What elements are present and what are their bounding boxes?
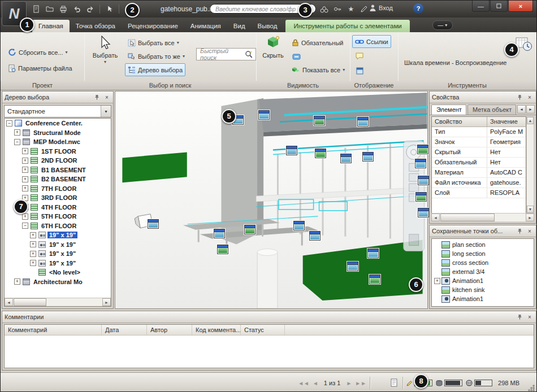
pin-icon[interactable]	[516, 313, 523, 321]
sheet-browser-icon[interactable]	[391, 378, 399, 388]
tree-expander-icon[interactable]: −	[6, 120, 12, 127]
tree-expander-icon[interactable]: +	[14, 129, 20, 136]
ribbon-tab-3[interactable]: Анимация	[184, 20, 227, 32]
select-all-button[interactable]: Выбрать все▾	[125, 36, 182, 49]
minimize-button[interactable]: —	[472, 1, 490, 12]
properties-vertical-scrollbar[interactable]: ▲ ▼	[526, 116, 534, 214]
properties-button[interactable]	[352, 64, 367, 77]
quick-find-input[interactable]: Быстрый поиск	[196, 48, 256, 60]
properties-horizontal-scrollbar[interactable]: ◄ ►	[431, 213, 534, 221]
selection-tree-button[interactable]: Дерево выбора	[125, 63, 185, 76]
viewpoint-item[interactable]: plan section	[432, 240, 534, 249]
tree-item[interactable]: +19" x 19"	[5, 240, 111, 250]
resize-grip[interactable]	[528, 385, 535, 391]
ribbon-tab-4[interactable]: Вид	[227, 20, 252, 32]
link-marker-icon[interactable]	[309, 231, 321, 241]
link-marker-icon[interactable]	[362, 152, 374, 162]
link-marker-icon[interactable]	[293, 221, 305, 230]
tree-expander-icon[interactable]: +	[30, 232, 36, 238]
link-marker-icon[interactable]	[148, 219, 159, 229]
close-icon[interactable]: ×	[526, 227, 534, 235]
property-row[interactable]: СкрытыйНет	[432, 147, 526, 158]
pin-icon[interactable]	[93, 93, 101, 101]
previous-sheet-icon[interactable]: ◄	[313, 380, 318, 386]
tree-item[interactable]: +19" x 19"	[5, 259, 111, 268]
close-icon[interactable]: ×	[526, 93, 534, 101]
link-marker-icon[interactable]	[367, 249, 379, 258]
pin-icon[interactable]	[516, 93, 523, 101]
unhide-all-button[interactable]: Показать все▾	[289, 63, 348, 76]
link-marker-icon[interactable]	[357, 117, 369, 127]
open-file-button[interactable]	[44, 3, 55, 15]
new-file-button[interactable]	[30, 3, 42, 15]
ribbon-minimize-button[interactable]: —▾	[432, 20, 453, 30]
sign-in-button[interactable]: Вход	[369, 4, 393, 12]
timeliner-playback-label[interactable]: Шкала времени - Воспроизведение	[401, 56, 509, 69]
reset-all-button[interactable]: Сбросить все...▾	[5, 46, 70, 59]
tree-item[interactable]: −6TH FLOOR	[5, 221, 111, 231]
tree-expander-icon[interactable]: +	[22, 185, 28, 191]
tree-expander-icon[interactable]: −	[14, 139, 20, 145]
tree-item[interactable]: +B1 BASEMENT	[5, 165, 111, 175]
select-same-button[interactable]: Выбрать то же▾	[125, 50, 188, 63]
tree-expander-icon[interactable]: +	[30, 251, 36, 257]
link-marker-icon[interactable]	[418, 176, 429, 185]
tree-mode-dropdown[interactable]: Стандартное ▾	[4, 105, 111, 117]
property-row[interactable]: Файл источникаgatehouse.	[432, 178, 526, 188]
link-marker-icon[interactable]	[286, 146, 297, 155]
tree-item[interactable]: +B2 BASEMENT	[5, 175, 111, 184]
property-row[interactable]: ЗначокГеометрия	[432, 137, 526, 147]
tree-item[interactable]: +1ST FLOOR	[5, 147, 111, 156]
next-sheet-icon[interactable]: ►	[346, 380, 352, 386]
tree-expander-icon[interactable]: +	[30, 260, 36, 266]
link-marker-icon[interactable]	[415, 159, 426, 168]
comments-column-2[interactable]: Автор	[147, 325, 192, 335]
tree-item[interactable]: +7TH FLOOR	[5, 184, 111, 194]
tree-item[interactable]: +Structural Mode	[5, 128, 111, 138]
link-marker-icon[interactable]	[418, 208, 429, 217]
tree-item[interactable]: +Architectural Mo	[5, 277, 111, 287]
hide-unselected-button[interactable]	[289, 50, 304, 63]
tab-entity-handle[interactable]: Метка объект	[467, 104, 516, 115]
link-marker-icon[interactable]	[315, 149, 326, 158]
viewpoint-expander-icon[interactable]: +	[434, 278, 440, 284]
star-icon[interactable]: ★	[345, 4, 357, 14]
quick-properties-button[interactable]	[352, 49, 367, 63]
tree-expander-icon[interactable]: +	[22, 158, 28, 164]
tree-expander-icon[interactable]: +	[22, 167, 28, 173]
tree-expander-icon[interactable]: −	[22, 223, 28, 229]
ribbon-tab-1[interactable]: Точка обзора	[70, 20, 122, 32]
ribbon-tab-2[interactable]: Рецензирование	[122, 20, 184, 32]
tree-item[interactable]: −Conference Center.	[5, 119, 111, 128]
ribbon-tab-5[interactable]: Вывод	[252, 20, 284, 32]
link-marker-icon[interactable]	[417, 145, 428, 154]
close-button[interactable]: ×	[508, 1, 533, 12]
require-button[interactable]: Обязательный	[289, 36, 346, 49]
viewpoint-item[interactable]: long section	[432, 249, 534, 258]
viewpoint-item[interactable]: kitchen sink	[432, 285, 534, 294]
property-row[interactable]: ТипPolyFace M	[432, 127, 526, 137]
redo-button[interactable]	[84, 3, 96, 15]
tree-item[interactable]: <No level>	[5, 268, 111, 277]
last-sheet-icon[interactable]: ►►	[355, 380, 366, 386]
binoculars-icon[interactable]	[318, 4, 330, 14]
close-icon[interactable]: ×	[103, 93, 111, 101]
tree-item[interactable]: +19" x 19"	[5, 230, 111, 240]
link-marker-icon[interactable]	[347, 262, 358, 271]
link-marker-icon[interactable]	[244, 225, 255, 234]
link-marker-icon[interactable]	[214, 229, 225, 238]
undo-button[interactable]	[71, 3, 83, 15]
viewpoint-item[interactable]: Animation1	[432, 294, 534, 303]
tree-horizontal-scrollbar[interactable]: ◄ ►	[5, 298, 111, 306]
tree-expander-icon[interactable]: +	[22, 176, 28, 182]
key-icon[interactable]	[332, 4, 343, 14]
comments-column-0[interactable]: Комментарий	[5, 325, 102, 335]
pencil-icon[interactable]	[358, 4, 369, 14]
tree-expander-icon[interactable]: +	[14, 278, 20, 285]
help-icon[interactable]: ?	[413, 3, 423, 14]
close-icon[interactable]: ×	[526, 313, 534, 321]
ribbon-tab-0[interactable]: Главная	[32, 20, 70, 32]
property-row[interactable]: МатериалAutoCAD C	[432, 168, 526, 178]
model-viewport[interactable]	[115, 91, 428, 309]
viewpoint-item[interactable]: cross section	[432, 258, 534, 267]
